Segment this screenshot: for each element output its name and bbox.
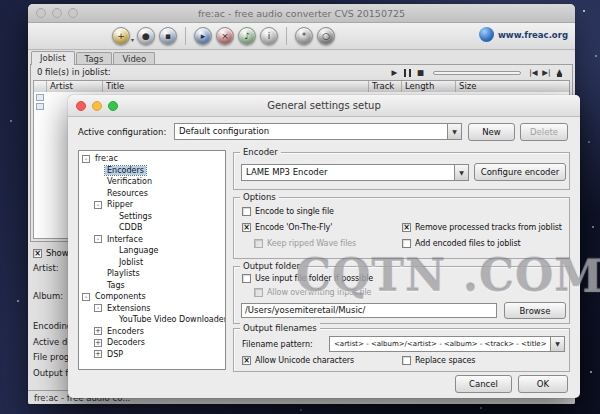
tree-item-language[interactable]: Language xyxy=(79,245,225,257)
encode-to-single-file-checkbox[interactable] xyxy=(242,207,251,216)
add-encoded-files-checkbox[interactable] xyxy=(402,239,411,248)
tree-item-components[interactable]: -Components xyxy=(79,291,225,303)
stop-conversion-icon[interactable]: × xyxy=(216,27,234,45)
tree-item-tags[interactable]: Tags xyxy=(79,280,225,292)
dialog-close-button[interactable] xyxy=(76,101,86,111)
encoder-dropdown[interactable]: LAME MP3 Encoder ▼ xyxy=(241,164,469,181)
main-titlebar[interactable]: fre:ac - free audio converter CVS 201507… xyxy=(28,4,575,23)
encode-on-the-fly-checkbox[interactable] xyxy=(242,223,251,232)
expand-icon[interactable]: + xyxy=(94,327,102,335)
keep-ripped-wave-checkbox[interactable] xyxy=(254,239,263,248)
expand-icon[interactable]: + xyxy=(94,339,102,347)
tree-item-label: YouTube Video Downloader xyxy=(117,315,226,324)
collapse-icon[interactable]: - xyxy=(94,201,102,209)
replace-spaces-checkbox[interactable] xyxy=(402,356,411,365)
tree-item-ripper[interactable]: -Ripper xyxy=(79,199,225,211)
cddb-query-icon[interactable]: ♪ xyxy=(238,27,256,45)
freac-globe-icon xyxy=(479,27,494,42)
freac-website-link[interactable]: www.freac.org xyxy=(479,27,568,42)
configure-encoder-button[interactable]: Configure encoder xyxy=(474,163,566,181)
show-title-info-checkbox[interactable] xyxy=(33,249,42,258)
chevron-down-icon[interactable]: ▼ xyxy=(447,124,461,139)
tree-item-verification[interactable]: Verification xyxy=(79,176,225,188)
tree-item-label: Playlists xyxy=(105,269,142,278)
tree-item-joblist[interactable]: Joblist xyxy=(79,257,225,269)
remove-processed-tracks-checkbox[interactable] xyxy=(402,223,411,232)
encoder-group: Encoder LAME MP3 Encoder ▼ Configure enc… xyxy=(233,152,570,190)
toolbar-dropdown-caret-icon[interactable]: ▾ xyxy=(131,36,134,43)
checkbox-label: Allow Unicode characters xyxy=(255,356,354,365)
pause-button[interactable] xyxy=(401,66,414,79)
output-folder-path-input[interactable]: /Users/yosemiteretail/Music/ xyxy=(241,303,497,318)
eject-button[interactable]: ▲ xyxy=(553,66,566,79)
dialog-title: General settings setup xyxy=(138,95,510,116)
cancel-button[interactable]: Cancel xyxy=(455,375,512,393)
tab-tags[interactable]: Tags xyxy=(76,52,113,64)
column-header-track[interactable]: Track xyxy=(369,81,402,92)
open-audio-files-icon[interactable]: + xyxy=(112,27,130,45)
collapse-icon[interactable]: - xyxy=(94,304,102,312)
checkbox-label: Add encoded files to joblist xyxy=(415,239,521,248)
column-header-title[interactable]: Title xyxy=(103,81,369,92)
output-filenames-group: Output filenames Filename pattern: <arti… xyxy=(233,328,570,372)
tree-item-resources[interactable]: Resources xyxy=(79,188,225,200)
active-configuration-dropdown[interactable]: Default configuration ▼ xyxy=(174,123,462,140)
column-header-select[interactable] xyxy=(34,81,47,92)
quit-icon[interactable]: ○ xyxy=(317,27,335,45)
next-button[interactable]: ▶| xyxy=(540,66,553,79)
seek-slider[interactable] xyxy=(433,71,521,75)
column-header-size[interactable]: Size xyxy=(456,81,569,92)
chevron-down-icon[interactable]: ▼ xyxy=(454,165,468,180)
new-configuration-button[interactable]: New xyxy=(468,123,515,141)
column-header-length[interactable]: Length xyxy=(402,81,456,92)
keep-ripped-wave-option: Keep ripped Wave files xyxy=(254,239,356,248)
save-joblist-icon[interactable]: ▪ xyxy=(159,27,177,45)
play-button[interactable]: ▶ xyxy=(388,66,401,79)
tree-item-settings[interactable]: Settings xyxy=(79,211,225,223)
tree-item-cddb[interactable]: CDDB xyxy=(79,222,225,234)
previous-button[interactable]: |◀ xyxy=(527,66,540,79)
delete-configuration-button[interactable]: Delete xyxy=(520,123,568,141)
chevron-down-icon[interactable]: ▼ xyxy=(550,337,564,351)
cddb-submit-icon[interactable]: i xyxy=(260,27,278,45)
tree-item-encoders[interactable]: +Encoders xyxy=(79,326,225,338)
stop-button[interactable]: ■ xyxy=(414,66,427,79)
tree-item-extensions[interactable]: -Extensions xyxy=(79,303,225,315)
browse-button[interactable]: Browse xyxy=(504,302,566,319)
tree-item-fre-ac[interactable]: -fre:ac xyxy=(79,153,225,165)
tree-item-dsp[interactable]: +DSP xyxy=(79,349,225,361)
checkbox-label: Remove processed tracks from joblist xyxy=(415,223,562,232)
collapse-icon[interactable]: - xyxy=(82,293,90,301)
tree-item-interface[interactable]: -Interface xyxy=(79,234,225,246)
main-minimize-button[interactable] xyxy=(52,8,62,18)
allow-overwriting-checkbox[interactable] xyxy=(254,288,263,297)
tree-item-playlists[interactable]: Playlists xyxy=(79,268,225,280)
desktop: fre:ac - free audio converter CVS 201507… xyxy=(0,0,600,414)
dialog-zoom-button[interactable] xyxy=(108,101,118,111)
open-audio-cd-icon[interactable]: ● xyxy=(137,27,155,45)
dialog-minimize-button[interactable] xyxy=(92,101,102,111)
tree-item-label: Interface xyxy=(105,235,145,244)
tree-item-encoders[interactable]: Encoders xyxy=(79,165,225,177)
general-settings-icon[interactable]: * xyxy=(295,27,313,45)
main-close-button[interactable] xyxy=(36,8,46,18)
main-zoom-button[interactable] xyxy=(68,8,78,18)
start-conversion-icon[interactable]: ▸ xyxy=(194,27,212,45)
collapse-icon[interactable]: - xyxy=(82,155,90,163)
encoder-value: LAME MP3 Encoder xyxy=(246,167,327,177)
tab-video[interactable]: Video xyxy=(113,52,155,64)
expand-icon[interactable]: + xyxy=(94,350,102,358)
tab-joblist[interactable]: Joblist xyxy=(31,51,75,65)
checkbox-label: Encode 'On-The-Fly' xyxy=(255,223,332,232)
dialog-titlebar[interactable]: General settings setup xyxy=(68,95,580,117)
column-header-artist[interactable]: Artist xyxy=(47,81,103,92)
ok-button[interactable]: OK xyxy=(518,375,568,393)
filename-pattern-value: <artist> - <album>/<artist> - <album> - … xyxy=(334,340,547,348)
tree-item-decoders[interactable]: +Decoders xyxy=(79,337,225,349)
allow-unicode-checkbox[interactable] xyxy=(242,356,251,365)
use-input-folder-checkbox[interactable] xyxy=(242,274,251,283)
tree-item-youtube-video-downloader[interactable]: YouTube Video Downloader xyxy=(79,314,225,326)
replace-spaces-option: Replace spaces xyxy=(402,356,475,365)
filename-pattern-dropdown[interactable]: <artist> - <album>/<artist> - <album> - … xyxy=(329,336,565,352)
collapse-icon[interactable]: - xyxy=(94,235,102,243)
